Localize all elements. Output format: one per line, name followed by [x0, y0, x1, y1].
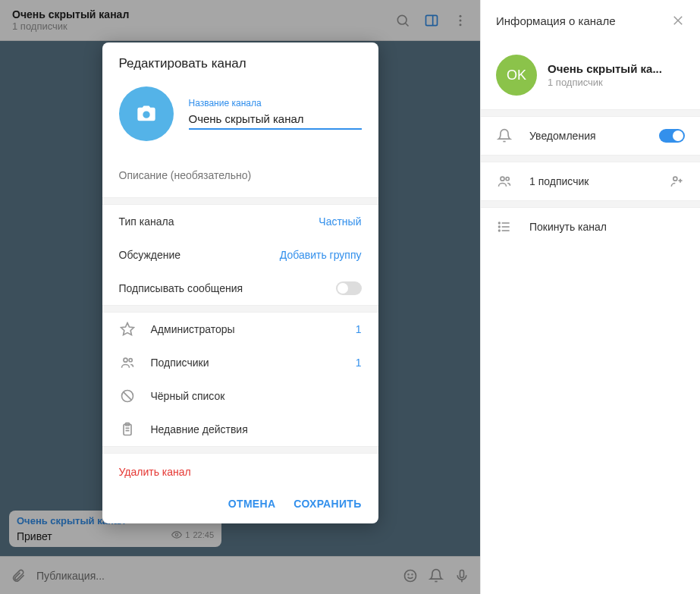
- subscribers-list-label: 1 подписчик: [529, 175, 651, 187]
- edit-channel-dialog: Редактировать канал Название канала: [102, 42, 378, 523]
- ban-icon: [119, 388, 136, 404]
- recent-actions-label: Недавние действия: [151, 423, 362, 435]
- admins-count: 1: [356, 323, 362, 335]
- sign-messages-row[interactable]: Подписывать сообщения: [102, 272, 378, 305]
- discussion-label: Обсуждение: [119, 249, 280, 261]
- leave-channel-label: Покинуть канал: [529, 221, 685, 233]
- subscribers-row[interactable]: Подписчики 1: [102, 346, 378, 379]
- subscribers-count: 1: [356, 357, 362, 369]
- sign-messages-label: Подписывать сообщения: [119, 282, 336, 294]
- delete-channel-button[interactable]: Удалить канал: [102, 454, 378, 490]
- subscribers-list-row[interactable]: 1 подписчик: [481, 162, 700, 200]
- channel-name: Очень скрытый ка...: [548, 62, 662, 75]
- channel-type-row[interactable]: Тип канала Частный: [102, 205, 378, 238]
- info-sidebar: Информация о канале OK Очень скрытый ка.…: [480, 0, 700, 594]
- subscribers-label: Подписчики: [151, 357, 356, 369]
- channel-type-label: Тип канала: [119, 215, 319, 228]
- svg-point-32: [499, 222, 501, 224]
- star-icon: [119, 322, 136, 337]
- notifications-row[interactable]: Уведомления: [481, 117, 700, 155]
- bell-icon: [496, 128, 513, 143]
- channel-type-value: Частный: [319, 215, 361, 228]
- svg-line-17: [123, 392, 131, 401]
- sidebar-title: Информация о канале: [496, 14, 615, 27]
- notifications-toggle[interactable]: [659, 129, 685, 143]
- camera-icon: [136, 103, 157, 124]
- subscriber-count: 1 подписчик: [548, 77, 662, 88]
- channel-profile[interactable]: OK Очень скрытый ка... 1 подписчик: [481, 41, 700, 109]
- discussion-row[interactable]: Обсуждение Добавить группу: [102, 238, 378, 272]
- leave-channel-row[interactable]: Покинуть канал: [481, 208, 700, 246]
- cancel-button[interactable]: ОТМЕНА: [228, 498, 275, 510]
- blacklist-label: Чёрный список: [151, 390, 362, 402]
- discussion-value: Добавить группу: [280, 249, 362, 261]
- channel-name-input[interactable]: [189, 111, 362, 130]
- admins-label: Администраторы: [151, 323, 356, 335]
- add-user-icon[interactable]: [668, 174, 685, 189]
- svg-marker-13: [121, 323, 133, 335]
- channel-photo-button[interactable]: [119, 86, 174, 141]
- description-input[interactable]: [119, 169, 362, 181]
- svg-point-26: [673, 177, 677, 181]
- close-icon[interactable]: [671, 14, 685, 27]
- svg-point-25: [506, 178, 509, 181]
- notifications-label: Уведомления: [529, 130, 642, 142]
- list-icon: [496, 219, 513, 234]
- svg-point-14: [124, 358, 127, 362]
- save-button[interactable]: СОХРАНИТЬ: [293, 498, 361, 510]
- svg-point-33: [499, 226, 501, 228]
- clipboard-icon: [119, 422, 136, 437]
- recent-actions-row[interactable]: Недавние действия: [102, 413, 378, 446]
- people-icon: [119, 355, 136, 370]
- svg-point-34: [499, 230, 501, 231]
- name-field-label: Название канала: [189, 98, 362, 108]
- avatar: OK: [496, 55, 537, 96]
- blacklist-row[interactable]: Чёрный список: [102, 379, 378, 413]
- people-icon: [496, 174, 513, 189]
- sign-messages-toggle[interactable]: [336, 281, 362, 295]
- svg-point-15: [129, 359, 132, 362]
- svg-point-24: [501, 177, 504, 181]
- modal-overlay[interactable]: Редактировать канал Название канала: [0, 0, 480, 594]
- dialog-title: Редактировать канал: [102, 42, 378, 82]
- admins-row[interactable]: Администраторы 1: [102, 313, 378, 346]
